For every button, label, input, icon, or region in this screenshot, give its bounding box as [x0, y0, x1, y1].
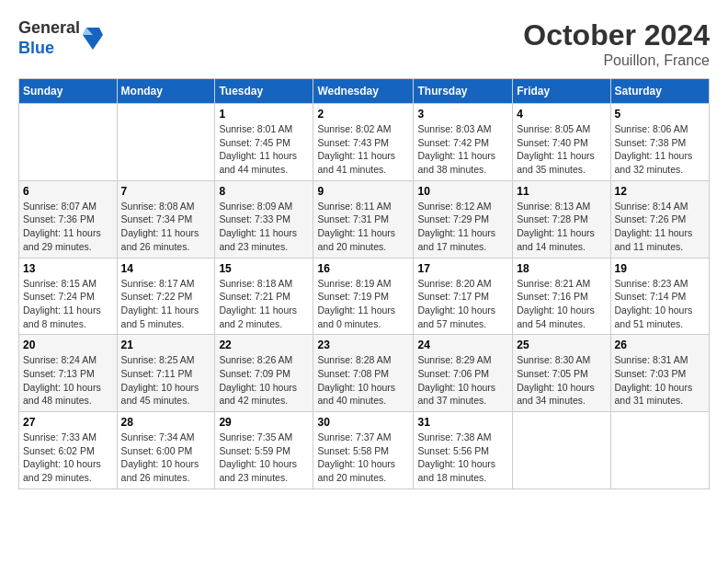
calendar-cell [19, 104, 118, 181]
sunrise: Sunrise: 8:18 AM [219, 278, 292, 289]
calendar-cell: 27 Sunrise: 7:33 AM Sunset: 6:02 PM Dayl… [19, 412, 118, 489]
day-info: Sunrise: 8:05 AM Sunset: 7:40 PM Dayligh… [517, 122, 606, 177]
calendar-row: 1 Sunrise: 8:01 AM Sunset: 7:45 PM Dayli… [19, 104, 710, 181]
sunrise: Sunrise: 7:37 AM [317, 431, 391, 442]
sunset: Sunset: 7:13 PM [23, 368, 95, 379]
calendar-cell: 13 Sunrise: 8:15 AM Sunset: 7:24 PM Dayl… [19, 258, 118, 335]
sunrise: Sunrise: 8:05 AM [517, 123, 590, 134]
logo: General Blue [18, 18, 103, 58]
day-number: 8 [219, 185, 309, 198]
sunset: Sunset: 7:03 PM [615, 368, 687, 379]
calendar-cell: 5 Sunrise: 8:06 AM Sunset: 7:38 PM Dayli… [610, 104, 709, 181]
calendar-row: 20 Sunrise: 8:24 AM Sunset: 7:13 PM Dayl… [19, 335, 710, 412]
daylight: Daylight: 10 hours and 42 minutes. [219, 382, 297, 407]
sunset: Sunset: 7:42 PM [417, 137, 489, 148]
day-info: Sunrise: 7:35 AM Sunset: 5:59 PM Dayligh… [219, 431, 309, 485]
calendar-cell [513, 412, 610, 489]
day-info: Sunrise: 8:21 AM Sunset: 7:16 PM Dayligh… [517, 277, 606, 331]
day-number: 9 [317, 185, 409, 198]
calendar-cell: 12 Sunrise: 8:14 AM Sunset: 7:26 PM Dayl… [610, 180, 709, 258]
daylight: Daylight: 10 hours and 51 minutes. [615, 304, 693, 329]
sunset: Sunset: 7:38 PM [615, 137, 687, 148]
daylight: Daylight: 11 hours and 23 minutes. [219, 227, 297, 252]
daylight: Daylight: 11 hours and 0 minutes. [317, 304, 395, 329]
day-number: 29 [219, 416, 309, 429]
calendar-cell: 9 Sunrise: 8:11 AM Sunset: 7:31 PM Dayli… [313, 180, 414, 258]
calendar-cell: 23 Sunrise: 8:28 AM Sunset: 7:08 PM Dayl… [313, 335, 414, 412]
calendar-cell [610, 412, 709, 489]
sunset: Sunset: 7:26 PM [615, 213, 687, 224]
sunrise: Sunrise: 8:09 AM [219, 201, 292, 212]
calendar-cell: 20 Sunrise: 8:24 AM Sunset: 7:13 PM Dayl… [19, 335, 118, 412]
day-number: 30 [317, 416, 409, 429]
day-info: Sunrise: 8:15 AM Sunset: 7:24 PM Dayligh… [23, 277, 113, 331]
day-number: 20 [23, 339, 113, 351]
sunrise: Sunrise: 7:38 AM [417, 431, 491, 442]
day-info: Sunrise: 7:38 AM Sunset: 5:56 PM Dayligh… [417, 431, 508, 485]
day-number: 15 [219, 262, 309, 275]
header-day: Monday [117, 79, 215, 104]
daylight: Daylight: 11 hours and 26 minutes. [121, 227, 199, 252]
sunset: Sunset: 7:31 PM [317, 213, 389, 224]
day-info: Sunrise: 8:09 AM Sunset: 7:33 PM Dayligh… [219, 200, 309, 254]
day-info: Sunrise: 8:17 AM Sunset: 7:22 PM Dayligh… [121, 277, 211, 331]
day-info: Sunrise: 7:33 AM Sunset: 6:02 PM Dayligh… [23, 431, 113, 485]
daylight: Daylight: 10 hours and 34 minutes. [517, 382, 595, 407]
sunrise: Sunrise: 8:19 AM [317, 278, 391, 289]
location: Pouillon, France [523, 52, 710, 69]
day-number: 23 [317, 339, 409, 351]
day-number: 10 [417, 185, 508, 198]
sunrise: Sunrise: 8:11 AM [317, 201, 391, 212]
sunset: Sunset: 7:24 PM [23, 291, 95, 302]
sunrise: Sunrise: 8:15 AM [23, 278, 97, 289]
day-number: 18 [517, 262, 606, 275]
sunset: Sunset: 7:34 PM [121, 213, 193, 224]
daylight: Daylight: 10 hours and 26 minutes. [121, 458, 199, 483]
day-info: Sunrise: 8:25 AM Sunset: 7:11 PM Dayligh… [121, 353, 211, 408]
day-number: 24 [417, 339, 508, 351]
daylight: Daylight: 11 hours and 29 minutes. [23, 227, 101, 252]
daylight: Daylight: 10 hours and 18 minutes. [417, 458, 495, 483]
sunset: Sunset: 7:22 PM [121, 291, 193, 302]
daylight: Daylight: 11 hours and 14 minutes. [517, 227, 595, 252]
day-info: Sunrise: 8:18 AM Sunset: 7:21 PM Dayligh… [219, 277, 309, 331]
daylight: Daylight: 10 hours and 54 minutes. [517, 304, 595, 329]
daylight: Daylight: 10 hours and 20 minutes. [317, 458, 395, 483]
calendar-cell: 16 Sunrise: 8:19 AM Sunset: 7:19 PM Dayl… [313, 258, 414, 335]
header-day: Wednesday [313, 79, 414, 104]
calendar-cell: 24 Sunrise: 8:29 AM Sunset: 7:06 PM Dayl… [414, 335, 513, 412]
day-number: 13 [23, 262, 113, 275]
calendar-table: SundayMondayTuesdayWednesdayThursdayFrid… [18, 78, 710, 489]
daylight: Daylight: 11 hours and 35 minutes. [517, 150, 595, 175]
sunrise: Sunrise: 8:25 AM [121, 354, 195, 365]
day-info: Sunrise: 8:13 AM Sunset: 7:28 PM Dayligh… [517, 200, 606, 254]
sunrise: Sunrise: 8:20 AM [417, 278, 491, 289]
day-info: Sunrise: 8:14 AM Sunset: 7:26 PM Dayligh… [615, 200, 705, 254]
daylight: Daylight: 10 hours and 57 minutes. [417, 304, 495, 329]
sunrise: Sunrise: 8:08 AM [121, 201, 195, 212]
sunrise: Sunrise: 8:01 AM [219, 123, 292, 134]
day-number: 1 [219, 108, 309, 121]
day-info: Sunrise: 8:08 AM Sunset: 7:34 PM Dayligh… [121, 200, 211, 254]
day-info: Sunrise: 8:24 AM Sunset: 7:13 PM Dayligh… [23, 353, 113, 408]
sunrise: Sunrise: 8:26 AM [219, 354, 292, 365]
day-info: Sunrise: 8:07 AM Sunset: 7:36 PM Dayligh… [23, 200, 113, 254]
calendar-cell: 10 Sunrise: 8:12 AM Sunset: 7:29 PM Dayl… [414, 180, 513, 258]
calendar-cell: 31 Sunrise: 7:38 AM Sunset: 5:56 PM Dayl… [414, 412, 513, 489]
logo-icon [83, 26, 103, 52]
day-info: Sunrise: 8:02 AM Sunset: 7:43 PM Dayligh… [317, 122, 409, 177]
calendar-cell: 17 Sunrise: 8:20 AM Sunset: 7:17 PM Dayl… [414, 258, 513, 335]
sunset: Sunset: 7:09 PM [219, 368, 290, 379]
day-number: 7 [121, 185, 211, 198]
header-row: SundayMondayTuesdayWednesdayThursdayFrid… [19, 79, 710, 104]
calendar-cell: 29 Sunrise: 7:35 AM Sunset: 5:59 PM Dayl… [215, 412, 313, 489]
day-info: Sunrise: 7:34 AM Sunset: 6:00 PM Dayligh… [121, 431, 211, 485]
calendar-cell: 15 Sunrise: 8:18 AM Sunset: 7:21 PM Dayl… [215, 258, 313, 335]
daylight: Daylight: 10 hours and 40 minutes. [317, 382, 395, 407]
sunset: Sunset: 5:56 PM [417, 445, 489, 456]
day-info: Sunrise: 8:01 AM Sunset: 7:45 PM Dayligh… [219, 122, 309, 177]
daylight: Daylight: 10 hours and 29 minutes. [23, 458, 101, 483]
sunrise: Sunrise: 8:21 AM [517, 278, 590, 289]
daylight: Daylight: 11 hours and 41 minutes. [317, 150, 395, 175]
sunset: Sunset: 7:14 PM [615, 291, 687, 302]
